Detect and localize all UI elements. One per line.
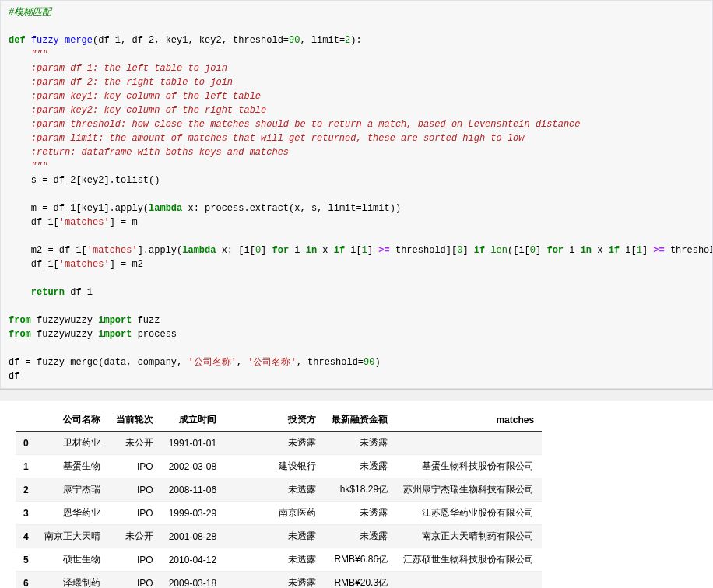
table-cell [395,432,542,455]
table-row: 5硕世生物IPO2010-04-12未透露RMB¥6.86亿江苏硕世生物科技股份… [16,548,542,572]
table-cell: 未透露 [324,525,395,548]
dataframe-output: 公司名称 当前轮次 成立时间 投资方 最新融资金额 matches 0卫材药业未… [0,401,713,588]
table-cell: 2 [16,478,37,502]
kw-def: def [9,35,26,46]
table-row: 1基蛋生物IPO2002-03-08建设银行未透露基蛋生物科技股份有限公司 [16,455,542,478]
table-cell: 未透露 [324,432,395,455]
table-cell: 康宁杰瑞 [37,478,108,502]
table-cell: 未透露 [324,455,395,478]
table-cell: 卫材药业 [37,432,108,455]
table-cell: 2002-03-08 [161,455,224,478]
table-cell: RMB¥6.86亿 [324,548,395,572]
th-matches: matches [395,408,542,432]
horizontal-scrollbar[interactable] [0,389,713,401]
table-cell: 2009-03-18 [161,572,224,589]
table-cell: IPO [108,455,161,478]
table-cell: 硕世生物 [37,548,108,572]
table-cell: IPO [108,572,161,589]
table-cell: 4 [16,525,37,548]
table-row: 4南京正大天晴未公开2001-08-28未透露未透露南京正大天晴制药有限公司 [16,525,542,548]
table-cell: 苏州康宁杰瑞生物科技有限公司 [395,478,542,502]
table-cell: 5 [16,548,37,572]
table-cell: IPO [108,548,161,572]
table-cell: 未透露 [224,572,324,589]
table-cell: 江苏恩华药业股份有限公司 [395,502,542,525]
table-cell: 未透露 [224,548,324,572]
table-row: 6泽璟制药IPO2009-03-18未透露RMB¥20.3亿 [16,572,542,589]
table-cell: 未公开 [108,525,161,548]
table-cell: 1991-01-01 [161,432,224,455]
table-cell: 未透露 [224,478,324,502]
table-cell: 南京正大天晴制药有限公司 [395,525,542,548]
table-cell: 南京正大天晴 [37,525,108,548]
table-cell: hk$18.29亿 [324,478,395,502]
table-cell: 恩华药业 [37,502,108,525]
comment-line: #模糊匹配 [9,7,51,18]
table-header-row: 公司名称 当前轮次 成立时间 投资方 最新融资金额 matches [16,408,542,432]
table-cell: 6 [16,572,37,589]
dataframe-table: 公司名称 当前轮次 成立时间 投资方 最新融资金额 matches 0卫材药业未… [16,408,542,588]
table-cell: 2001-08-28 [161,525,224,548]
table-cell: 基蛋生物科技股份有限公司 [395,455,542,478]
table-cell: 泽璟制药 [37,572,108,589]
table-cell: 0 [16,432,37,455]
table-row: 2康宁杰瑞IPO2008-11-06未透露hk$18.29亿苏州康宁杰瑞生物科技… [16,478,542,502]
table-cell: 1 [16,455,37,478]
table-cell: 未透露 [224,525,324,548]
th-founded: 成立时间 [161,408,224,432]
th-round: 当前轮次 [108,408,161,432]
th-index [16,408,37,432]
table-cell: 江苏硕世生物科技股份有限公司 [395,548,542,572]
table-cell: 未公开 [108,432,161,455]
table-row: 3恩华药业IPO1999-03-29南京医药未透露江苏恩华药业股份有限公司 [16,502,542,525]
table-cell: RMB¥20.3亿 [324,572,395,589]
table-cell: IPO [108,502,161,525]
table-cell: 未透露 [324,502,395,525]
th-company: 公司名称 [37,408,108,432]
table-cell: 3 [16,502,37,525]
table-cell: 南京医药 [224,502,324,525]
table-cell: 2008-11-06 [161,478,224,502]
table-cell [395,572,542,589]
th-investor: 投资方 [224,408,324,432]
th-amount: 最新融资金额 [324,408,395,432]
table-cell: 2010-04-12 [161,548,224,572]
table-cell: 1999-03-29 [161,502,224,525]
table-cell: 未透露 [224,432,324,455]
table-row: 0卫材药业未公开1991-01-01未透露未透露 [16,432,542,455]
table-cell: 基蛋生物 [37,455,108,478]
fn-name: fuzzy_merge [31,35,93,46]
code-block: #模糊匹配 def fuzzy_merge(df_1, df_2, key1, … [0,0,713,389]
table-cell: 建设银行 [224,455,324,478]
table-cell: IPO [108,478,161,502]
